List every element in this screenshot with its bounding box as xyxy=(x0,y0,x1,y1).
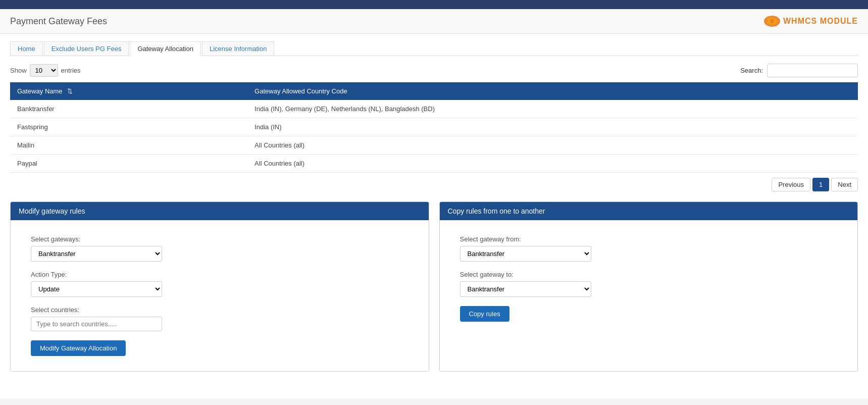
gateway-countries-cell: India (IN), Germany (DE), Netherlands (N… xyxy=(247,100,858,118)
select-to-dropdown[interactable]: Banktransfer Fastspring Mailin Paypal xyxy=(460,281,591,297)
modify-gateway-button[interactable]: Modify Gateway Allocation xyxy=(31,340,126,356)
table-row: Paypal All Countries (all) xyxy=(10,155,858,173)
select-from-group: Select gateway from: Banktransfer Fastsp… xyxy=(460,235,838,262)
gateway-name-cell: Banktransfer xyxy=(10,100,247,118)
gateway-name-cell: Fastspring xyxy=(10,118,247,136)
show-entries: Show 10 25 50 100 entries xyxy=(10,64,81,77)
sort-icon: ⇅ xyxy=(67,87,73,95)
select-gateways-dropdown[interactable]: Banktransfer Fastspring Mailin Paypal xyxy=(31,246,162,262)
table-row: Banktransfer India (IN), Germany (DE), N… xyxy=(10,100,858,118)
copy-rules-button[interactable]: Copy rules xyxy=(460,306,509,322)
gateway-name-cell: Paypal xyxy=(10,155,247,173)
countries-search-input[interactable] xyxy=(31,317,162,331)
next-button[interactable]: Next xyxy=(831,178,858,191)
table-row: Mailin All Countries (all) xyxy=(10,136,858,155)
main-content: Home Exclude Users PG Fees Gateway Alloc… xyxy=(0,34,868,398)
select-gateways-group: Select gateways: Banktransfer Fastspring… xyxy=(31,235,409,262)
gateway-countries-cell: India (IN) xyxy=(247,118,858,136)
action-type-group: Action Type: Update Replace Delete xyxy=(31,271,409,297)
tabs-container: Home Exclude Users PG Fees Gateway Alloc… xyxy=(10,41,858,56)
svg-point-2 xyxy=(770,19,774,23)
select-from-label: Select gateway from: xyxy=(460,235,838,243)
previous-button[interactable]: Previous xyxy=(772,178,810,191)
search-area: Search: xyxy=(740,64,858,77)
select-gateways-label: Select gateways: xyxy=(31,235,409,243)
action-type-dropdown[interactable]: Update Replace Delete xyxy=(31,281,162,297)
table-row: Fastspring India (IN) xyxy=(10,118,858,136)
entries-label: entries xyxy=(61,67,81,74)
action-type-label: Action Type: xyxy=(31,271,409,278)
search-input[interactable] xyxy=(767,64,858,77)
gateway-countries-cell: All Countries (all) xyxy=(247,136,858,155)
tab-license-information[interactable]: License Information xyxy=(202,41,274,56)
col-gateway-name[interactable]: Gateway Name ⇅ xyxy=(10,82,247,100)
panels-row: Modify gateway rules Select gateways: Ba… xyxy=(10,201,858,372)
modify-panel-header: Modify gateway rules xyxy=(11,202,429,220)
logo-area: WHMCS MODULE xyxy=(763,14,858,28)
col-gateway-country: Gateway Allowed Country Code xyxy=(247,82,858,100)
modify-panel: Modify gateway rules Select gateways: Ba… xyxy=(10,201,429,372)
select-from-dropdown[interactable]: Banktransfer Fastspring Mailin Paypal xyxy=(460,246,591,262)
top-bar xyxy=(0,0,868,9)
pagination-row: Previous 1 Next xyxy=(10,178,858,191)
select-to-group: Select gateway to: Banktransfer Fastspri… xyxy=(460,271,838,297)
copy-panel-body: Select gateway from: Banktransfer Fastsp… xyxy=(440,220,858,337)
table-header-row: Gateway Name ⇅ Gateway Allowed Country C… xyxy=(10,82,858,100)
logo-icon xyxy=(763,14,781,28)
gateway-name-cell: Mailin xyxy=(10,136,247,155)
logo-text: WHMCS MODULE xyxy=(783,17,858,26)
tab-home[interactable]: Home xyxy=(10,41,43,56)
tab-gateway-allocation[interactable]: Gateway Allocation xyxy=(130,41,201,56)
select-to-label: Select gateway to: xyxy=(460,271,838,278)
show-label: Show xyxy=(10,67,27,74)
copy-panel-header: Copy rules from one to another xyxy=(440,202,858,220)
page-title: Payment Gateway Fees xyxy=(10,16,107,27)
tab-exclude-users[interactable]: Exclude Users PG Fees xyxy=(44,41,129,56)
gateway-table: Gateway Name ⇅ Gateway Allowed Country C… xyxy=(10,82,858,173)
gateway-countries-cell: All Countries (all) xyxy=(247,155,858,173)
entries-select[interactable]: 10 25 50 100 xyxy=(30,64,58,77)
select-countries-label: Select countries: xyxy=(31,306,409,314)
search-label: Search: xyxy=(740,67,763,74)
modify-panel-body: Select gateways: Banktransfer Fastspring… xyxy=(11,220,429,371)
page-1-button[interactable]: 1 xyxy=(812,178,829,191)
controls-row: Show 10 25 50 100 entries Search: xyxy=(10,64,858,77)
select-countries-group: Select countries: xyxy=(31,306,409,331)
header: Payment Gateway Fees WHMCS MODULE xyxy=(0,9,868,34)
copy-panel: Copy rules from one to another Select ga… xyxy=(439,201,858,372)
